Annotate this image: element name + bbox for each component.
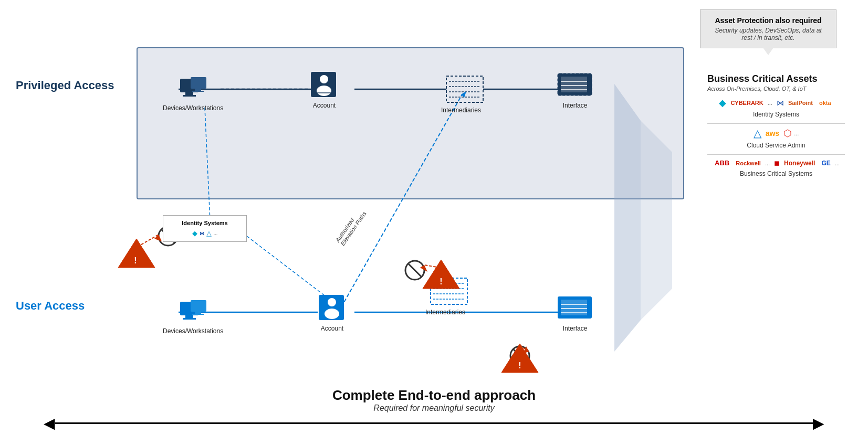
identity-systems-popup: Identity Systems ◆ ⋈ △ ... [163, 215, 247, 242]
bca-identity-logos: ◆ CYBERARK ... ⋈ SailPoint okta [707, 97, 845, 109]
bca-bcs-section: ABB Rockwell ... ◼ Honeywell GE ... Busi… [707, 158, 845, 177]
svg-marker-34 [501, 344, 538, 373]
svg-rect-59 [183, 318, 196, 320]
svg-point-50 [317, 86, 331, 96]
privileged-access-box [137, 47, 684, 199]
user-interface-icon [557, 294, 593, 323]
ellipsis-2: ... [794, 130, 799, 136]
svg-point-64 [328, 298, 336, 306]
rockwell-logo: Rockwell [734, 159, 763, 167]
priv-intermediaries-label-container: Intermediaries [441, 105, 481, 114]
user-account-label: Account [321, 325, 343, 332]
svg-point-28 [510, 346, 529, 365]
priv-devices-label: Devices/Workstations [163, 104, 223, 112]
identity-popup-title: Identity Systems [168, 220, 242, 226]
aws-logo: aws [764, 128, 781, 139]
svg-line-38 [424, 265, 440, 268]
bca-panel: Business Critical Assets Across On-Premi… [700, 68, 852, 346]
priv-account-node: Account [310, 71, 339, 109]
bca-identity-label: Identity Systems [707, 111, 845, 118]
bca-identity-section: ◆ CYBERARK ... ⋈ SailPoint okta Identity… [707, 97, 845, 118]
user-intermediaries-label: Intermediaries [425, 309, 465, 316]
svg-marker-41 [523, 346, 529, 354]
svg-rect-46 [195, 89, 201, 91]
priv-devices-node: Devices/Workstations [163, 76, 223, 112]
priv-interface-label: Interface [563, 102, 588, 109]
sailpoint-text: SailPoint [786, 99, 815, 107]
more-icon: ... [214, 231, 218, 236]
svg-point-65 [325, 309, 339, 319]
user-intermediaries-label-container: Intermediaries [425, 307, 465, 316]
honeywell-logo: Honeywell [782, 158, 817, 168]
svg-rect-62 [192, 314, 204, 315]
ping-icon: ◆ [192, 229, 197, 237]
bca-cloud-section: △ aws ⬡ ... Cloud Service Admin [707, 127, 845, 149]
user-account-node: Account [318, 294, 347, 332]
priv-interface-node: Interface [557, 71, 593, 109]
user-devices-icon [177, 299, 209, 325]
asset-protection-callout: Asset Protection also required Security … [700, 9, 836, 48]
bca-bcs-label: Business Critical Systems [707, 170, 845, 177]
ellipsis-4: ... [835, 160, 840, 166]
bottom-title: Complete End-to-end approach [332, 387, 536, 404]
priv-account-icon [310, 71, 339, 100]
user-account-icon [318, 294, 347, 323]
bca-bcs-logos: ABB Rockwell ... ◼ Honeywell GE ... [707, 158, 845, 168]
ellipsis-1: ... [768, 100, 772, 106]
user-access-label: User Access [16, 299, 131, 313]
privileged-access-label: Privileged Access [16, 79, 131, 92]
svg-point-49 [320, 75, 328, 83]
svg-line-36 [138, 235, 159, 247]
priv-account-label: Account [313, 102, 336, 109]
callout-subtitle: Security updates, DevSecOps, data at res… [709, 27, 828, 41]
svg-text:!: ! [518, 361, 521, 370]
callout-title: Asset Protection also required [709, 16, 828, 25]
abb-logo: ABB [713, 158, 731, 168]
azure-logo: △ [754, 127, 761, 140]
bca-subtitle: Across On-Premises, Cloud, OT, & IoT [707, 86, 845, 92]
svg-rect-43 [185, 92, 193, 95]
ellipsis-3: ... [765, 160, 770, 166]
arrow-line-left [55, 422, 434, 424]
user-interface-label: Interface [563, 325, 588, 332]
user-devices-label: Devices/Workstations [163, 327, 223, 335]
svg-point-26 [405, 261, 424, 280]
svg-marker-30 [118, 239, 155, 268]
bottom-subtitle: Required for meaningful security [373, 404, 494, 413]
main-diagram: Privileged Access User Access [16, 47, 852, 377]
user-interface-node: Interface [557, 294, 593, 332]
svg-marker-37 [154, 235, 162, 241]
svg-line-29 [513, 349, 527, 363]
sailpoint-logo: ⋈ [777, 99, 784, 107]
bca-cloud-label: Cloud Service Admin [707, 142, 845, 149]
identity-icon-1: △ [206, 229, 212, 237]
bottom-arrow: ◀ ▶ [44, 416, 825, 431]
arrow-left: ◀ [44, 416, 55, 431]
elevation-label: AuthorizedElevation Paths [334, 207, 368, 247]
svg-rect-47 [192, 91, 204, 92]
priv-devices-icon [177, 76, 209, 102]
bottom-section: Complete End-to-end approach Required fo… [0, 383, 868, 435]
svg-text:!: ! [134, 256, 137, 265]
honeywell-icon: ◼ [774, 159, 780, 167]
svg-rect-44 [183, 95, 196, 97]
arrow-right: ▶ [813, 416, 824, 431]
ge-logo: GE [819, 158, 832, 168]
svg-text:!: ! [440, 277, 442, 286]
gcp-logo: ⬡ [783, 128, 792, 139]
svg-line-27 [408, 263, 422, 277]
svg-rect-45 [191, 77, 206, 89]
bca-title: Business Critical Assets [707, 73, 845, 84]
priv-intermediaries-label: Intermediaries [441, 107, 481, 114]
svg-rect-13 [431, 278, 467, 304]
svg-marker-39 [420, 265, 427, 272]
priv-interface-icon [557, 71, 593, 100]
arrow-line-right [434, 422, 813, 424]
ping-logo: ◆ [719, 97, 726, 109]
sailpoint-icon: ⋈ [200, 231, 204, 236]
svg-marker-32 [423, 260, 459, 289]
svg-rect-60 [191, 300, 206, 312]
okta-logo: okta [817, 99, 833, 107]
cyberark-logo: CYBERARK [728, 99, 765, 107]
user-devices-node: Devices/Workstations [163, 299, 223, 335]
